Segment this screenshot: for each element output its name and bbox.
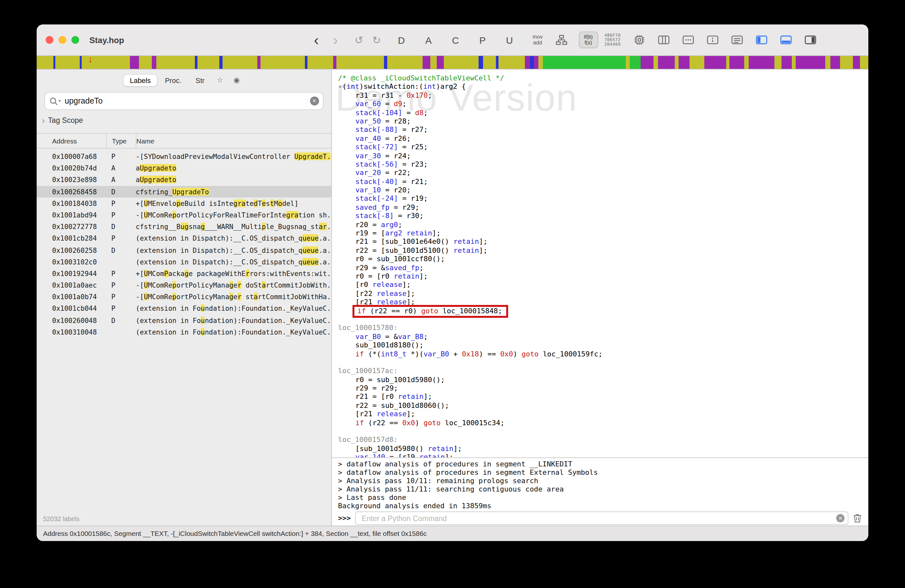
table-row[interactable]: 0x1003102c0(extension in Dispatch):__C.O… [37, 256, 331, 267]
code-line[interactable]: loc_1000157ac: [338, 367, 868, 376]
split-view-button[interactable] [658, 35, 670, 45]
code-line[interactable]: r21 = [r0 retain]; [338, 393, 868, 401]
tag-scope-row[interactable]: › Tag Scope [42, 114, 331, 127]
code-line[interactable]: r0 = [r0 retain]; [338, 272, 868, 281]
code-line[interactable]: /* @class _iCloudSwitchTableViewCell */ [338, 74, 868, 83]
minimize-button[interactable] [59, 36, 66, 44]
code-line[interactable] [338, 427, 868, 436]
code-line[interactable]: var_20 = r22; [338, 169, 868, 178]
list-view-button[interactable] [731, 35, 743, 45]
column-header-name[interactable]: Name [136, 134, 331, 148]
code-line[interactable]: var_10 = r20; [338, 186, 868, 195]
code-line[interactable]: stack[-104] = d8; [338, 108, 868, 117]
code-line[interactable]: r19 = [arg2 retain]; [338, 229, 868, 238]
mode-button-p[interactable]: P [476, 34, 489, 45]
code-line[interactable]: if (r22 == 0x0) goto loc_100015c34; [338, 418, 868, 427]
code-line[interactable]: var_30 = r24; [338, 151, 868, 160]
code-line[interactable]: [r22 release]; [338, 289, 868, 298]
code-line[interactable]: r20 = arg0; [338, 220, 868, 229]
toggle-right-panel-button[interactable] [805, 35, 816, 45]
code-line[interactable]: stack[-8] = r30; [338, 212, 868, 221]
table-row[interactable]: 0x100310048(extension in Foundation):Fou… [37, 326, 331, 338]
column-header-address[interactable]: Address [37, 137, 106, 145]
code-line[interactable]: var_60 = d9; [338, 100, 868, 108]
code-line[interactable]: r29 = r29; [338, 384, 868, 393]
table-row[interactable]: 0x100272778Dcfstring__Bugsnag___WARN__Mu… [37, 221, 331, 232]
command-field[interactable]: × [356, 512, 848, 525]
table-row[interactable]: 0x100007a68P-[SYDownloadPreviewModalView… [37, 151, 331, 162]
table-row[interactable]: 0x100184038P+[UMEnvelopeBuild isIntegrat… [37, 197, 331, 209]
zoom-button[interactable] [71, 36, 79, 44]
tab-labels[interactable]: Labels [124, 74, 157, 86]
code-line[interactable]: [r0 release]; [338, 281, 868, 289]
toggle-bottom-panel-button[interactable] [780, 35, 792, 45]
code-line[interactable]: -(int)switchAction:(int)arg2 { [338, 83, 868, 91]
undo-button[interactable]: ↺ [355, 34, 364, 46]
code-line[interactable]: [r21 release]; [338, 410, 868, 418]
transform-instruction-button[interactable]: mov add [533, 34, 543, 46]
code-line[interactable]: r0 = sub_1001d5980(); [338, 375, 868, 384]
search-input[interactable] [64, 96, 310, 106]
tab-icon[interactable]: ◉ [229, 74, 244, 86]
navigation-bar[interactable]: ↓ [37, 56, 868, 70]
tab-proc[interactable]: Proc. [159, 74, 188, 86]
pseudo-code-button[interactable]: if(b) f(x) [579, 32, 598, 48]
code-line[interactable]: r31 = r31 - 0x170; [338, 91, 868, 100]
clear-command-icon[interactable]: × [836, 514, 845, 522]
table-row[interactable]: 0x1001cb284P(extension in Dispatch):__C.… [37, 232, 331, 244]
code-line[interactable]: var_40 = r26; [338, 134, 868, 143]
code-line[interactable]: r22 = sub_1001d8060(); [338, 401, 868, 410]
clear-console-button[interactable] [853, 513, 862, 523]
code-line[interactable]: r29 = &saved_fp; [338, 264, 868, 272]
code-line[interactable]: stack[-40] = r21; [338, 177, 868, 186]
python-command-input[interactable] [360, 514, 836, 523]
code-line[interactable]: loc_100015780: [338, 324, 868, 332]
control-flow-graph-button[interactable] [556, 35, 567, 45]
code-line[interactable]: sub_1001d8180(); [338, 341, 868, 350]
mode-button-d[interactable]: D [395, 34, 408, 45]
mode-button-u[interactable]: U [503, 34, 516, 45]
code-line[interactable]: saved_fp = r29; [338, 203, 868, 212]
forward-button[interactable]: › [333, 33, 338, 46]
column-header-type[interactable]: Type [106, 134, 136, 148]
hex-bytes-button[interactable]: 486F70 706572 204469 [604, 33, 621, 47]
code-line[interactable]: var_50 = r28; [338, 117, 868, 126]
code-line[interactable]: if (r22 == r0) goto loc_100015848; [338, 307, 868, 315]
more-options-button[interactable] [683, 35, 694, 45]
code-line[interactable]: var_B0 = &var_B8; [338, 332, 868, 341]
cpu-button[interactable] [634, 34, 645, 46]
mode-button-c[interactable]: C [449, 34, 462, 45]
table-row[interactable]: 0x1001a0aecP-[UMComReportPolicyManager d… [37, 279, 331, 291]
toggle-left-panel-button[interactable] [756, 35, 767, 45]
code-line[interactable]: stack[-56] = r23; [338, 160, 868, 169]
code-line[interactable]: r21 = [sub_1001e64e0() retain]; [338, 238, 868, 246]
table-row[interactable]: 0x100260048D(extension in Foundation):Fo… [37, 314, 331, 326]
code-line[interactable]: r0 = sub_1001ccf80(); [338, 255, 868, 264]
tab-str[interactable]: Str [189, 74, 211, 86]
code-line[interactable]: [sub_1001d5980() retain]; [338, 445, 868, 453]
table-row[interactable]: 0x1001abd94P-[UMComReportPolicyForRealTi… [37, 209, 331, 221]
code-line[interactable] [338, 358, 868, 367]
table-row[interactable]: 0x10023e898AaUpgradeto [37, 174, 331, 186]
table-row[interactable]: 0x100268458Dcfstring_UpgradeTo [37, 186, 331, 197]
table-row[interactable]: 0x10020b74dAaUpgradeto [37, 162, 331, 174]
code-line[interactable]: var_140 = [r19 retain]; [338, 453, 868, 458]
tab-icon[interactable]: ☆ [212, 74, 228, 86]
redo-button[interactable]: ↻ [372, 34, 381, 46]
code-line[interactable]: stack[-24] = r19; [338, 195, 868, 203]
table-row[interactable]: 0x100260258D(extension in Dispatch):__C.… [37, 244, 331, 256]
code-pane[interactable]: Demo Version /* @class _iCloudSwitchTabl… [332, 70, 868, 458]
mode-button-a[interactable]: A [422, 34, 435, 45]
code-line[interactable]: if (*(int8_t *)(var_B0 + 0x18) == 0x0) g… [338, 350, 868, 358]
code-line[interactable]: stack[-88] = r27; [338, 126, 868, 135]
search-field[interactable]: ▾ × [44, 92, 323, 110]
table-row[interactable]: 0x1001cb044P(extension in Foundation):Fo… [37, 303, 331, 314]
table-row[interactable]: 0x100192944P+[UMComPackage packageWithEr… [37, 268, 331, 279]
clear-search-icon[interactable]: × [310, 97, 319, 105]
search-icon[interactable]: ▾ [49, 97, 61, 105]
close-button[interactable] [46, 36, 53, 44]
inspector-button[interactable] [707, 35, 718, 45]
code-line[interactable]: r22 = [sub_1001d5100() retain]; [338, 246, 868, 255]
table-row[interactable]: 0x1001a0b74P-[UMComReportPolicyManager s… [37, 291, 331, 303]
code-line[interactable]: stack[-72] = r25; [338, 143, 868, 151]
